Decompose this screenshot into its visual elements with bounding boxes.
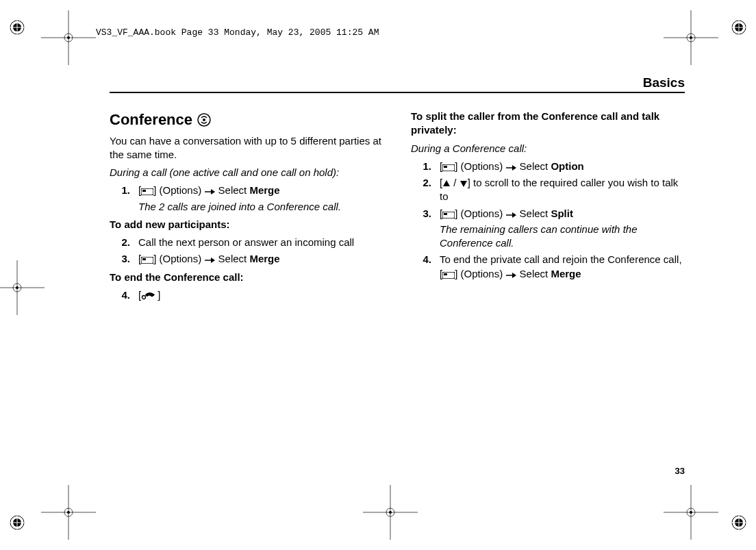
step-text: (Options) xyxy=(457,160,505,172)
crop-mark-icon xyxy=(41,10,96,65)
svg-point-23 xyxy=(690,36,692,39)
context-text: During a call (one active call and one c… xyxy=(110,166,383,179)
step-text: Select xyxy=(215,253,249,264)
svg-point-31 xyxy=(690,511,692,514)
step-bold: Option xyxy=(551,160,583,172)
step-number: 1. xyxy=(110,184,138,214)
registration-mark-icon xyxy=(7,17,27,38)
step-text: Call the next person or answer an incomi… xyxy=(138,236,383,249)
step-text: Select xyxy=(516,268,551,279)
step-text: To end the private call and rejoin the C… xyxy=(440,253,682,265)
softkey-icon xyxy=(141,188,153,195)
column-left: Conference You can have a conversation w… xyxy=(110,110,383,305)
svg-point-39 xyxy=(16,286,18,289)
crop-mark-icon xyxy=(41,485,96,540)
registration-mark-icon xyxy=(7,512,27,533)
page-body: Basics Conference You can have a convers… xyxy=(110,75,685,305)
step-text: Select xyxy=(516,160,551,172)
softkey-icon xyxy=(141,257,153,264)
step-result: The 2 calls are joined into a Conference… xyxy=(138,200,383,214)
step-r2: 2. [ / ] to scroll to the required calle… xyxy=(411,176,685,204)
svg-point-41 xyxy=(203,118,205,121)
svg-point-35 xyxy=(389,511,392,514)
page-number: 33 xyxy=(675,466,685,476)
step-r4: 4. To end the private call and rejoin th… xyxy=(411,253,685,281)
step-number: 4. xyxy=(411,253,440,281)
softkey-icon xyxy=(442,212,455,218)
step-2: 2. Call the next person or answer an inc… xyxy=(110,236,383,249)
step-1: 1. [] (Options) Select Merge The 2 calls… xyxy=(110,184,383,214)
svg-marker-55 xyxy=(443,180,450,186)
intro-text: You can have a conversation with up to 5… xyxy=(110,134,383,162)
registration-mark-icon xyxy=(729,17,749,38)
crop-mark-icon xyxy=(363,485,418,540)
crop-header: VS3_VF_AAA.book Page 33 Monday, May 23, … xyxy=(96,27,379,38)
section-heading: Basics xyxy=(110,75,685,93)
context-text: During a Conference call: xyxy=(411,142,685,155)
conference-heading: Conference xyxy=(110,110,383,130)
step-result: The remaining callers can continue with … xyxy=(440,223,685,251)
step-bold: Merge xyxy=(551,268,581,279)
crop-mark-icon xyxy=(664,10,718,65)
step-bold: Merge xyxy=(249,253,279,264)
step-number: 4. xyxy=(110,288,138,302)
step-text: (Options) xyxy=(457,208,505,219)
step-text: (Options) xyxy=(457,268,505,279)
nav-down-icon xyxy=(459,179,468,188)
svg-rect-43 xyxy=(142,190,146,192)
sub-heading: To split the caller from the Conference … xyxy=(411,110,685,138)
svg-rect-47 xyxy=(142,258,146,260)
step-number: 2. xyxy=(411,176,440,204)
arrow-right-icon xyxy=(204,257,215,264)
svg-point-50 xyxy=(142,295,146,299)
svg-point-27 xyxy=(67,511,70,514)
conference-icon xyxy=(197,112,212,127)
crop-mark-icon xyxy=(664,485,718,540)
step-3: 3. [] (Options) Select Merge xyxy=(110,252,383,266)
arrow-right-icon xyxy=(505,272,516,279)
step-text: Select xyxy=(516,208,551,219)
step-number: 2. xyxy=(110,236,138,249)
svg-point-19 xyxy=(67,36,70,39)
sub-heading: To end the Conference call: xyxy=(110,271,383,284)
step-text: (Options) xyxy=(156,253,204,264)
step-r1: 1. [] (Options) Select Option xyxy=(411,160,685,173)
svg-rect-58 xyxy=(444,213,447,215)
step-text: to scroll to the required caller you wis… xyxy=(440,177,678,202)
svg-rect-62 xyxy=(444,273,447,275)
sub-heading: To add new participants: xyxy=(110,218,383,232)
step-bold: Split xyxy=(551,208,573,219)
step-number: 1. xyxy=(411,160,440,173)
step-4: 4. [] xyxy=(110,288,383,302)
arrow-right-icon xyxy=(505,212,516,218)
svg-rect-52 xyxy=(444,166,447,168)
softkey-icon xyxy=(442,272,455,279)
nav-up-icon xyxy=(442,179,451,188)
arrow-right-icon xyxy=(505,164,516,171)
column-right: To split the caller from the Conference … xyxy=(411,110,685,305)
conference-title-text: Conference xyxy=(110,110,192,130)
registration-mark-icon xyxy=(729,512,749,533)
step-r3: 3. [] (Options) Select Split The remaini… xyxy=(411,207,685,251)
step-text: Select xyxy=(215,184,249,196)
step-text: (Options) xyxy=(156,184,204,196)
end-call-key-icon xyxy=(141,290,158,300)
arrow-right-icon xyxy=(204,188,215,195)
step-number: 3. xyxy=(110,252,138,266)
step-number: 3. xyxy=(411,207,440,251)
svg-marker-56 xyxy=(460,181,467,187)
step-bold: Merge xyxy=(249,184,279,196)
softkey-icon xyxy=(442,164,455,171)
crop-mark-icon xyxy=(0,260,45,315)
